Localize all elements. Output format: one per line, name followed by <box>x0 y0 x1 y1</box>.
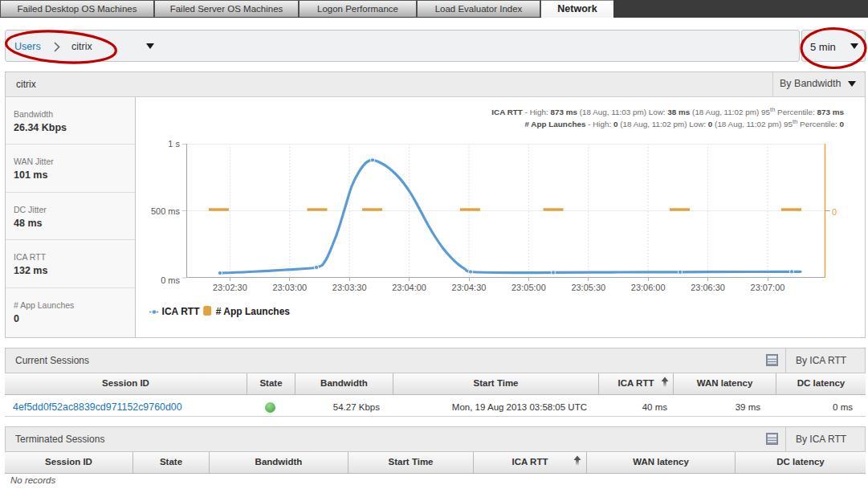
svg-text:ICA RTT - High: 873 ms (18 Aug: ICA RTT - High: 873 ms (18 Aug, 11:03 pm… <box>491 106 844 116</box>
svg-text:# App Launches: # App Launches <box>216 306 291 317</box>
svg-text:23:06:00: 23:06:00 <box>631 283 666 292</box>
svg-text:23:04:00: 23:04:00 <box>392 283 426 292</box>
svg-text:23:03:30: 23:03:30 <box>332 283 367 292</box>
svg-text:0 ms: 0 ms <box>161 275 180 285</box>
svg-text:0: 0 <box>832 207 837 217</box>
svg-text:ICA RTT: ICA RTT <box>162 306 201 317</box>
svg-text:23:04:30: 23:04:30 <box>452 283 487 292</box>
svg-text:1 s: 1 s <box>168 139 180 149</box>
svg-text:23:06:30: 23:06:30 <box>691 283 725 292</box>
svg-text:# App Launches - High: 0 (18 A: # App Launches - High: 0 (18 Aug, 11:02 … <box>525 118 845 128</box>
svg-text:500 ms: 500 ms <box>151 206 181 216</box>
svg-text:23:02:30: 23:02:30 <box>213 283 247 292</box>
svg-text:23:05:00: 23:05:00 <box>511 283 546 292</box>
svg-text:23:03:00: 23:03:00 <box>272 283 307 292</box>
svg-text:23:07:00: 23:07:00 <box>751 283 785 292</box>
svg-text:23:05:30: 23:05:30 <box>571 283 605 292</box>
